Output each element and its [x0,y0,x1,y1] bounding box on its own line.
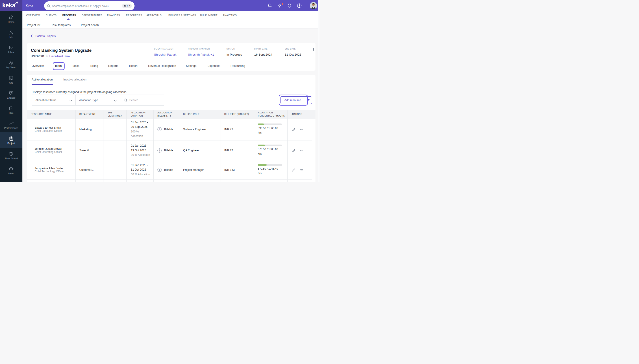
svg-text:$: $ [159,128,160,131]
svg-text:$: $ [159,149,160,152]
svg-text:$: $ [159,168,160,171]
